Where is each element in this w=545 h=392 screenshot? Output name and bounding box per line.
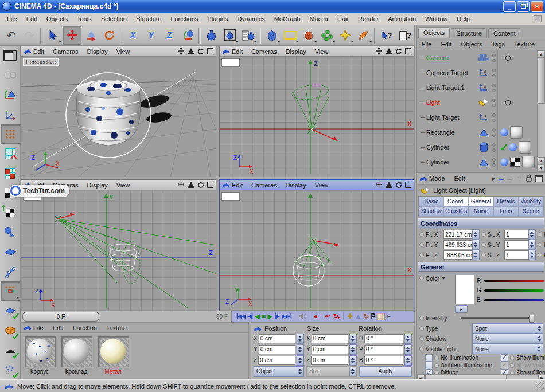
sz-field[interactable]: 1 — [504, 250, 528, 260]
phong-tag-icon[interactable] — [500, 128, 508, 136]
intensity-thumb[interactable] — [529, 315, 534, 323]
pos-z-spinner[interactable] — [297, 355, 304, 366]
ambient-illumination-checkbox[interactable] — [425, 362, 433, 369]
render-settings-button[interactable]: ▸ — [239, 26, 257, 44]
size-x-spinner[interactable] — [349, 334, 357, 344]
viewport-menu-view[interactable]: View — [315, 48, 329, 55]
layout-manager-button[interactable] — [1, 46, 20, 65]
object-row-light[interactable]: Light — [417, 95, 545, 110]
visible-light-dropdown[interactable]: None — [472, 344, 543, 354]
tab-caustics[interactable]: Caustics — [443, 206, 469, 217]
menu-functions[interactable]: Functions — [166, 15, 203, 22]
anim-dot[interactable] — [419, 326, 424, 331]
zoom-view-icon[interactable] — [386, 182, 392, 188]
general-section-header[interactable]: General — [418, 262, 544, 272]
anim-dot[interactable] — [538, 242, 542, 247]
anim-dot[interactable] — [538, 253, 542, 257]
live-selection-button[interactable]: ▸ — [44, 26, 62, 44]
viewport-menu-cameras[interactable]: Cameras — [251, 48, 277, 55]
goto-prev-key-button[interactable]: ◀| — [247, 313, 252, 319]
point-level-animation-button[interactable] — [377, 313, 385, 320]
om-menu-file[interactable]: File — [422, 41, 432, 48]
size-y-spinner[interactable] — [349, 344, 357, 355]
add-deformer-button[interactable]: ▸ — [355, 26, 372, 44]
anim-dot[interactable] — [481, 253, 486, 257]
tab-basic[interactable]: Basic — [419, 197, 444, 207]
viewport-menu-view[interactable]: View — [116, 48, 130, 55]
enabled-check-icon[interactable] — [500, 144, 507, 151]
new-panel-icon[interactable] — [535, 175, 543, 182]
phong-tag-icon[interactable] — [500, 158, 508, 166]
size-y-field[interactable]: 0 cm — [312, 345, 348, 354]
rotate-view-icon[interactable] — [197, 48, 204, 55]
add-cube-object-button[interactable]: ▸ — [263, 26, 281, 44]
viewport-menu-edit[interactable]: Edit — [232, 182, 243, 189]
coord-mode-dropdown[interactable]: Object — [254, 366, 304, 377]
px-field[interactable]: 221.17 cm — [443, 230, 472, 239]
anim-dot[interactable] — [419, 316, 424, 320]
coordinates-section-header[interactable]: Coordinates — [418, 218, 544, 228]
tab-details[interactable]: Details — [493, 197, 519, 207]
anim-dot[interactable] — [419, 336, 424, 341]
tab-noise[interactable]: Noise — [468, 206, 493, 217]
sy-spinner[interactable] — [528, 240, 536, 250]
maximize-view-icon[interactable] — [207, 182, 213, 188]
am-menu-mode[interactable]: Mode — [429, 175, 445, 182]
menu-edit[interactable]: Edit — [22, 15, 42, 22]
undo-button[interactable]: ↶ — [2, 26, 20, 44]
viewport-menu-display[interactable]: Display — [87, 48, 108, 55]
add-hypernurbs-button[interactable]: ▸ — [299, 26, 317, 44]
joints-tool-button[interactable] — [1, 222, 20, 242]
red-slider[interactable] — [484, 280, 544, 282]
om-menu-objects[interactable]: Objects — [461, 41, 482, 48]
anim-dot[interactable] — [419, 242, 424, 247]
no-illumination-checkbox[interactable] — [425, 354, 433, 362]
scroll-down-icon[interactable]: ▼ — [538, 164, 545, 172]
pan-view-icon[interactable] — [375, 181, 383, 189]
pos-x-field[interactable]: 0 cm — [259, 334, 295, 343]
viewport-menu-edit[interactable]: Edit — [33, 48, 44, 55]
intensity-slider[interactable] — [461, 317, 534, 319]
size-z-spinner[interactable] — [349, 355, 357, 366]
record-scale-button[interactable]: ▲ — [355, 313, 361, 320]
tab-lens[interactable]: Lens — [493, 206, 519, 217]
scale-tool-button[interactable] — [82, 26, 100, 44]
disabled-mode-button[interactable] — [1, 65, 20, 85]
object-row-cylinder-2[interactable]: Cylinder — [417, 155, 545, 170]
stop-button[interactable]: ■ — [262, 313, 265, 320]
restore-button[interactable] — [517, 1, 530, 12]
size-mode-dropdown[interactable]: Size — [306, 366, 357, 377]
viewport-menu-edit[interactable]: Edit — [232, 48, 243, 55]
anim-dot[interactable] — [419, 347, 424, 351]
context-help-button[interactable]: ? — [378, 26, 396, 44]
tab-coord[interactable]: Coord. — [443, 197, 469, 207]
show-illumination-checkbox[interactable] — [501, 354, 508, 362]
pan-view-icon[interactable] — [375, 48, 383, 55]
use-texture-axis-mode-button[interactable] — [1, 203, 20, 222]
pan-view-icon[interactable] — [177, 181, 185, 189]
rot-h-spinner[interactable] — [404, 334, 412, 344]
help-browser-button[interactable]: ? — [396, 26, 414, 44]
py-field[interactable]: 469.633 cm — [443, 240, 472, 249]
viewport-perspective[interactable]: Edit Cameras Display View — [21, 46, 216, 177]
sz-spinner[interactable] — [528, 250, 536, 260]
menu-window[interactable]: Window — [421, 15, 452, 22]
viewport-menu-display[interactable]: Display — [87, 182, 108, 189]
tab-objects[interactable]: Objects — [418, 27, 450, 38]
menu-help[interactable]: Help — [452, 15, 474, 22]
viewport-menu-cameras[interactable]: Cameras — [53, 48, 79, 55]
toggle-deformers-button[interactable] — [1, 340, 20, 360]
tab-visibility[interactable]: Visibility — [518, 197, 543, 207]
object-row-light-target[interactable]: Light.Target 0 — [417, 110, 545, 125]
visibility-dots[interactable] — [490, 54, 497, 62]
zoom-view-icon[interactable] — [188, 182, 194, 188]
object-row-cylinder-1[interactable]: Cylinder — [417, 140, 545, 155]
pos-y-field[interactable]: 0 cm — [259, 345, 295, 354]
rotate-view-icon[interactable] — [395, 48, 402, 55]
history-back-icon[interactable]: ⇦ — [498, 174, 504, 183]
target-tag-icon[interactable] — [504, 54, 512, 62]
goto-end-button[interactable]: ▶▶| — [282, 313, 290, 319]
use-polygon-mode-button[interactable] — [1, 163, 20, 183]
lock-z-axis-button[interactable]: Z — [161, 26, 178, 44]
lock-icon[interactable] — [525, 174, 532, 182]
